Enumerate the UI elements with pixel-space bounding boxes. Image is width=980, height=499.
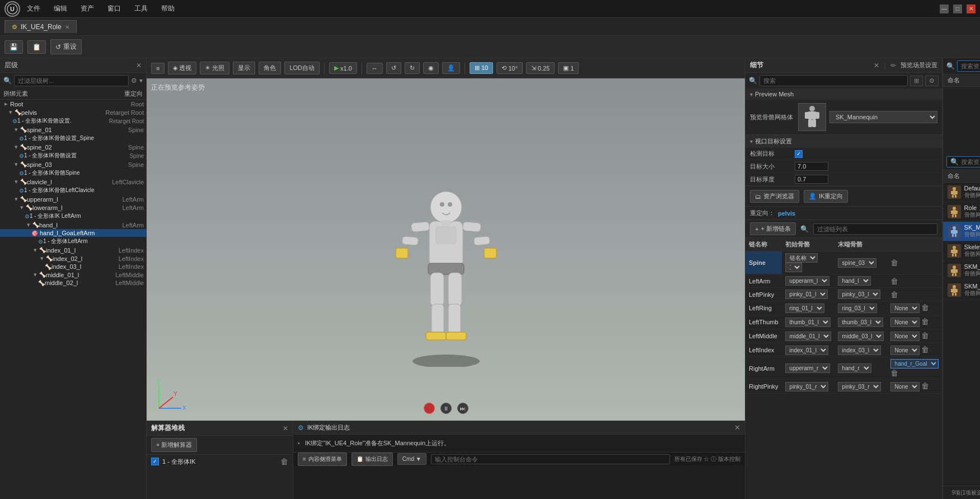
asset-item-sk-mannequin[interactable]: SK_Mannequin 骨骼网格格体	[943, 222, 980, 241]
tree-item-pelvis-ik[interactable]: ⚙ 1 - 全形体IK骨骼设置. Retarget Root	[0, 116, 146, 125]
leftindex-end-select[interactable]: index_03_l	[838, 346, 881, 355]
leftring-start-select[interactable]: ring_01_l	[785, 304, 824, 313]
play-speed-button[interactable]: ▶ x1.0	[329, 62, 357, 74]
details-search-input[interactable]	[759, 75, 908, 86]
show-button[interactable]: 显示	[233, 62, 255, 74]
menu-tools[interactable]: 工具	[132, 3, 150, 15]
output-log-button[interactable]: 📋 输出日志	[351, 453, 393, 466]
rightarm-end-select[interactable]: hand_r	[838, 363, 871, 373]
filter-chain-input[interactable]	[813, 223, 937, 235]
character-button[interactable]: 角色	[259, 62, 281, 74]
add-solver-button[interactable]: + 新增解算器	[151, 438, 197, 452]
leftarm-delete-button[interactable]: 🗑	[890, 277, 898, 286]
leftindex-extra-select[interactable]: None	[890, 346, 920, 355]
aspect-button[interactable]: ▣ 1	[558, 62, 579, 74]
leftthumb-extra-select[interactable]: None	[890, 318, 920, 327]
tree-item-root[interactable]: ▸ Root Root	[0, 100, 146, 108]
tree-item-spine03[interactable]: ▾ 🦴 spine_03 Spine	[0, 160, 146, 169]
tree-item-spine01-ik[interactable]: ⚙ 1 - 全形体IK骨骼设置_Spine	[0, 134, 146, 143]
asset-item-role[interactable]: Role 骨骼网格格体	[943, 202, 980, 222]
add-chain-button[interactable]: + + 新增链条	[750, 222, 796, 235]
tree-item-hand-goal[interactable]: 🎯 hand_l_GoaLeftArm	[0, 229, 146, 237]
menu-help[interactable]: 帮助	[159, 3, 177, 15]
rightarm-start-select[interactable]: upperarm_r	[785, 363, 830, 373]
tree-item-pelvis[interactable]: ▾ 🦴 pelvis Retarget Root	[0, 108, 146, 116]
solver-delete-button[interactable]: 🗑	[280, 457, 288, 466]
hamburger-button[interactable]: ≡	[151, 63, 165, 74]
menu-file[interactable]: 文件	[25, 3, 43, 15]
minimize-button[interactable]: —	[940, 4, 949, 13]
leftmiddle-end-select[interactable]: middle_03_l	[838, 332, 884, 341]
tree-item-goal-ik[interactable]: ⚙ 1 - 全形体LeftArm	[0, 237, 146, 246]
nav-btn-4[interactable]: ◉	[423, 62, 439, 74]
tab-close-button[interactable]: ✕	[65, 24, 69, 30]
detect-target-checkbox[interactable]	[795, 150, 803, 158]
pause-button[interactable]: ⏸	[440, 403, 452, 414]
leftring-extra-select[interactable]: None	[890, 304, 920, 313]
leftring-delete-button[interactable]: 🗑	[921, 303, 929, 312]
tree-item-upperarm[interactable]: ▾ 🦴 upperarm_l LeftArm	[0, 195, 146, 203]
target-size-input[interactable]	[795, 162, 828, 171]
chevron-down-icon[interactable]: ▾	[139, 77, 143, 85]
rightpinky-end-select[interactable]: pinky_03_r	[838, 382, 881, 391]
cmd-dropdown-button[interactable]: Cmd ▼	[397, 453, 426, 465]
leftindex-delete-button[interactable]: 🗑	[921, 345, 929, 354]
spine-num-select[interactable]: 1	[785, 263, 802, 272]
tab-ik-ue4-role[interactable]: ⚙ IK_UE4_Role ✕	[4, 20, 77, 33]
ik-retarget-button[interactable]: 👤 IK重定向	[804, 190, 848, 203]
spine-start-select[interactable]: 链名称	[785, 253, 818, 263]
leftpinky-delete-button[interactable]: 🗑	[890, 290, 898, 299]
tree-item-index02[interactable]: ▾ 🦴 index_02_l LeftIndex	[0, 254, 146, 263]
tree-item-lowerarm-ik[interactable]: ⚙ 1 - 全形体IK LeftArm	[0, 212, 146, 221]
hierarchy-close-button[interactable]: ✕	[136, 62, 142, 69]
rightarm-goal-select[interactable]: hand_r_Goal	[890, 359, 939, 369]
details-close-button[interactable]: ✕	[874, 62, 879, 69]
leftring-end-select[interactable]: ring_03_l	[838, 304, 877, 313]
lod-button[interactable]: LOD自动	[284, 62, 320, 74]
solver-checkbox[interactable]	[151, 458, 159, 465]
scale-button[interactable]: ⇲ 0.25	[526, 62, 555, 74]
target-thickness-input[interactable]	[795, 175, 828, 184]
angle-button[interactable]: ⟲ 10°	[496, 62, 523, 74]
rightarm-delete-button[interactable]: 🗑	[890, 369, 898, 377]
save-button[interactable]: 💾	[4, 40, 23, 54]
leftpinky-start-select[interactable]: pinky_01_l	[785, 290, 828, 299]
rightpinky-start-select[interactable]: pinky_01_r	[785, 382, 828, 391]
nav-btn-3[interactable]: ↻	[405, 62, 420, 74]
tree-item-index01[interactable]: ▾ 🦴 index_01_l LeftIndex	[0, 246, 146, 254]
leftindex-start-select[interactable]: index_01_l	[785, 346, 828, 355]
asset-browser-button[interactable]: 🗂 资产浏览器	[750, 190, 799, 203]
hierarchy-search-input[interactable]	[14, 75, 129, 86]
asset-item-skm-manny-simple[interactable]: SKM_Manny_Simple 骨骼网格格体	[943, 281, 980, 300]
asset-item-skm-manny[interactable]: SKM_Manny 骨骼网格格体	[943, 261, 980, 281]
leftthumb-end-select[interactable]: thumb_03_l	[838, 318, 883, 327]
record-button[interactable]	[424, 403, 435, 414]
preview-mesh-header[interactable]: ▾ Preview Mesh	[745, 88, 942, 100]
tree-item-index03[interactable]: 🦴 index_03_l LeftIndex	[0, 263, 146, 271]
tree-item-spine02[interactable]: ▾ 🦴 spine_02 Spine	[0, 143, 146, 151]
lighting-button[interactable]: ☀ 光照	[200, 62, 229, 74]
tree-item-clavicle-ik[interactable]: ⚙ 1 - 全形体IK骨骼LeftClavicle	[0, 186, 146, 195]
settings-icon[interactable]: ⚙	[131, 77, 137, 85]
leftarm-start-select[interactable]: upperarm_l	[785, 276, 829, 286]
menu-window[interactable]: 窗口	[105, 3, 123, 15]
second-toolbar-btn[interactable]: 📋	[27, 40, 46, 54]
tree-item-lowerarm[interactable]: ▾ 🦴 lowerarm_l LeftArm	[0, 203, 146, 212]
mesh-dropdown[interactable]: SK_Mannequin	[829, 111, 937, 123]
asset-search2-input[interactable]	[961, 158, 980, 165]
rightpinky-delete-button[interactable]: 🗑	[921, 381, 929, 390]
maximize-button[interactable]: □	[953, 4, 962, 13]
tree-item-clavicle[interactable]: ▾ 🦴 clavicle_l LeftClavicle	[0, 178, 146, 186]
leftthumb-delete-button[interactable]: 🗑	[921, 317, 929, 326]
forward-button[interactable]: ⏭	[457, 403, 468, 414]
view-target-header[interactable]: ▾ 视口目标设置	[745, 135, 942, 148]
spine-end-select[interactable]: spine_03	[838, 258, 876, 268]
asset-search-input[interactable]	[957, 60, 980, 72]
grid-button[interactable]: ⊞ 10	[470, 62, 493, 74]
tree-item-middle01[interactable]: ▾ 🦴 middle_01_l LeftMiddle	[0, 271, 146, 279]
details-grid-view-button[interactable]: ⊞	[910, 76, 923, 86]
asset-item-default-skeletal[interactable]: DefaultSkeletalMesh 骨骼网格格体	[943, 183, 980, 202]
spine-delete-button[interactable]: 🗑	[890, 258, 898, 267]
perspective-button[interactable]: ◈ 透视	[168, 62, 196, 74]
tree-item-hand[interactable]: ▾ 🦴 hand_l LeftArm	[0, 221, 146, 229]
